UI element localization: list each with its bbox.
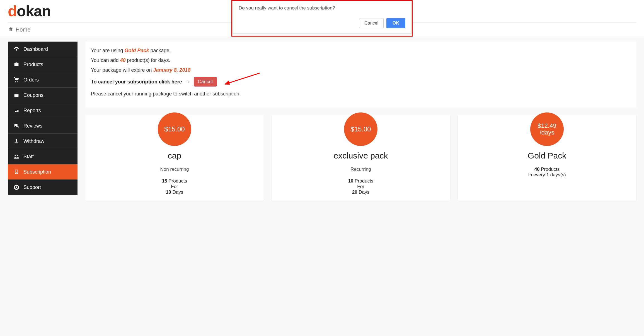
using-pack: Gold Pack — [124, 48, 149, 53]
sidebar-item-dashboard[interactable]: Dashboard — [8, 42, 78, 57]
pack-products-word: Products — [354, 178, 374, 184]
pack-products: 40 Products — [463, 167, 631, 172]
gift-icon — [13, 92, 20, 98]
confirm-dialog-actions: Cancel OK — [239, 18, 405, 28]
using-suffix: package. — [149, 48, 171, 53]
cancel-subscription-button[interactable]: Cancel — [194, 77, 217, 87]
expire-line: Your package will expire on January 8, 2… — [91, 67, 631, 73]
confirm-dialog-message: Do you really want to cancel the subscri… — [239, 5, 405, 11]
pack-days-word: Days — [357, 189, 369, 195]
sidebar-item-label: Products — [23, 62, 43, 68]
cancel-line: To cancel your subscription click here →… — [91, 77, 631, 87]
subscription-info-card: Your are using Gold Pack package. You ca… — [85, 42, 636, 107]
sidebar-item-label: Reviews — [23, 123, 42, 129]
brand-d: d — [8, 3, 17, 19]
sidebar-item-products[interactable]: Products — [8, 57, 78, 72]
main-content: Your are using Gold Pack package. You ca… — [85, 42, 636, 201]
svg-marker-1 — [225, 81, 230, 85]
switch-note: Please cancel your running package to sw… — [91, 91, 631, 97]
pack-days-num: 20 — [352, 189, 357, 195]
svg-line-0 — [225, 73, 260, 84]
sidebar-item-staff[interactable]: Staff — [8, 149, 78, 164]
comments-icon — [13, 123, 20, 129]
pack-name: cap — [91, 151, 258, 160]
sidebar-item-label: Reports — [23, 108, 41, 114]
confirm-dialog: Do you really want to cancel the subscri… — [232, 1, 412, 33]
pack-days: 10 Days — [91, 189, 258, 195]
can-add-suffix: product(s) for days. — [125, 57, 170, 63]
users-icon — [13, 153, 20, 160]
pack-products-num: 15 — [162, 178, 167, 184]
expire-date: January 8, 2018 — [153, 67, 190, 73]
pack-price: $12.49 /days — [530, 112, 564, 146]
can-add-prefix: You can add — [91, 57, 120, 63]
sidebar: Dashboard Products Orders Coupons Report… — [8, 42, 78, 195]
confirm-dialog-highlight: Do you really want to cancel the subscri… — [231, 0, 413, 37]
pack-for: For — [277, 184, 444, 189]
arrow-right-icon: → — [185, 78, 191, 85]
pack-sub: Recurring — [277, 167, 444, 172]
sidebar-item-label: Support — [23, 184, 41, 190]
breadcrumb-label: Home — [16, 27, 30, 33]
pack-card: $12.49 /days Gold Pack 40 Products In ev… — [458, 115, 636, 201]
pack-products-word: Products — [540, 167, 560, 172]
sidebar-item-reviews[interactable]: Reviews — [8, 118, 78, 134]
pack-price: $15.00 — [158, 112, 191, 146]
brand-rest: okan — [17, 3, 51, 19]
sidebar-item-withdraw[interactable]: Withdraw — [8, 134, 78, 149]
dialog-cancel-button[interactable]: Cancel — [359, 18, 384, 28]
pack-card: $15.00 exclusive pack Recurring 10 Produ… — [272, 115, 450, 201]
sidebar-item-label: Staff — [23, 154, 34, 160]
pack-days: 20 Days — [277, 189, 444, 195]
pack-sub: Non recurring — [91, 167, 258, 172]
sidebar-item-label: Orders — [23, 77, 39, 83]
pack-name: Gold Pack — [463, 151, 631, 160]
chart-icon — [13, 107, 20, 114]
sidebar-item-label: Withdraw — [23, 138, 44, 144]
using-line: Your are using Gold Pack package. — [91, 48, 631, 54]
can-add-line: You can add 40 product(s) for days. — [91, 57, 631, 63]
pack-price: $15.00 — [344, 112, 377, 146]
book-icon — [13, 169, 20, 175]
cart-icon — [13, 77, 20, 83]
home-icon — [8, 27, 13, 33]
packs-row: $15.00 cap Non recurring 15 Products For… — [85, 115, 636, 201]
sidebar-item-subscription[interactable]: Subscription — [8, 164, 78, 180]
life-ring-icon — [13, 184, 20, 190]
briefcase-icon — [13, 61, 20, 68]
pack-for: For — [91, 184, 258, 189]
pack-products-num: 10 — [348, 178, 354, 184]
pack-card: $15.00 cap Non recurring 15 Products For… — [85, 115, 264, 201]
sidebar-item-coupons[interactable]: Coupons — [8, 88, 78, 103]
sidebar-item-support[interactable]: Support — [8, 180, 78, 195]
annotation-arrow-icon — [219, 72, 261, 90]
pack-products-num: 40 — [534, 167, 540, 172]
using-prefix: Your are using — [91, 48, 124, 53]
pack-name: exclusive pack — [277, 151, 444, 160]
sidebar-item-label: Dashboard — [23, 46, 48, 52]
dialog-ok-button[interactable]: OK — [386, 18, 405, 28]
pack-for: In every 1 days(s) — [463, 172, 631, 178]
upload-icon — [13, 138, 20, 144]
sidebar-item-label: Coupons — [23, 92, 43, 98]
pack-products: 15 Products — [91, 178, 258, 184]
sidebar-item-reports[interactable]: Reports — [8, 103, 78, 118]
sidebar-item-label: Subscription — [23, 169, 51, 175]
pack-products: 10 Products — [277, 178, 444, 184]
cancel-label: To cancel your subscription click here — [91, 79, 182, 85]
dashboard-icon — [13, 46, 20, 52]
pack-days-word: Days — [171, 189, 183, 195]
expire-prefix: Your package will expire on — [91, 67, 153, 73]
pack-products-word: Products — [167, 178, 187, 184]
sidebar-item-orders[interactable]: Orders — [8, 72, 78, 88]
pack-days-num: 10 — [166, 189, 171, 195]
can-add-num: 40 — [120, 57, 125, 63]
